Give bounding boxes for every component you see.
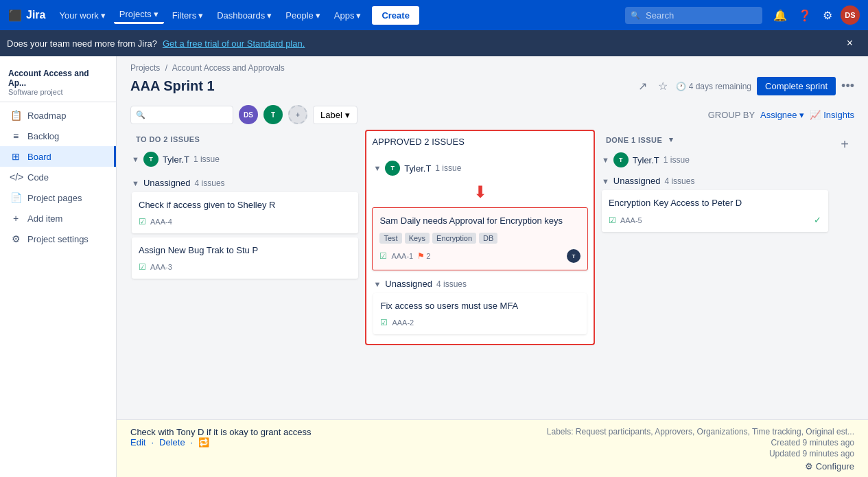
global-search-input[interactable] [625,7,762,24]
tyler-avatar: T [143,152,159,167]
sidebar-item-roadmap[interactable]: 📋 Roadmap [0,105,116,126]
breadcrumb-project[interactable]: Account Access and Approvals [172,63,285,73]
tyler-approved-group-row: ▼ T Tyler.T 1 issue [372,156,587,180]
add-icon: + [10,213,22,224]
unassigned-done-cards: Encryption Key Access to Peter D ☑ AAA-5… [600,190,830,232]
groupby-select[interactable]: Assignee ▾ [760,110,804,120]
detail-updated-row: Updated 9 minutes ago [547,449,854,458]
add-column-button[interactable]: + [835,134,854,155]
todo-column: TO DO 2 ISSUES ▼ T Tyler.T 1 issue ▼ [130,130,360,345]
unassigned-done-chevron[interactable]: ▼ [602,177,609,185]
unassigned-count: 4 issues [195,178,225,188]
board-search-input[interactable] [130,106,233,124]
card-aaa3-title: Assign New Bug Trak to Stu P [139,244,351,257]
settings-icon: ⚙ [805,461,813,472]
detail-delete-link[interactable]: Delete [159,437,185,447]
avatar-ds[interactable]: DS [239,105,258,124]
dashboards-menu[interactable]: Dashboards ▾ [211,8,277,23]
sidebar-item-code[interactable]: </> Code [0,167,116,187]
project-type: Software project [8,88,108,96]
unassigned-approved-chevron[interactable]: ▼ [373,280,381,288]
board-search-container [130,106,233,124]
complete-sprint-button[interactable]: Complete sprint [757,77,836,95]
sidebar-item-settings[interactable]: ⚙ Project settings [0,229,116,249]
done-column-header: DONE 1 ISSUE ▾ [600,130,830,148]
notifications-icon[interactable]: 🔔 [771,6,790,25]
detail-labels-meta: Labels: Request participants, Approvers,… [547,427,854,437]
chevron-down-icon: ▾ [267,10,272,21]
apps-menu[interactable]: Apps ▾ [329,8,367,23]
tyler-count: 1 issue [193,154,220,164]
avatar-add-button[interactable]: + [288,105,307,124]
checkbox-icon: ☑ [609,216,616,225]
configure-button[interactable]: ⚙ Configure [547,461,854,472]
checkbox-icon: ☑ [139,217,146,226]
board-area: TO DO 2 ISSUES ▼ T Tyler.T 1 issue ▼ [117,130,868,419]
sidebar-item-project-pages[interactable]: 📄 Project pages [0,187,116,208]
banner-link[interactable]: Get a free trial of our Standard plan. [163,38,305,49]
groupby-label: GROUP BY [708,110,755,120]
unassigned-approved-cards: Fix access so users must use MFA ☑ AAA-2 [372,293,587,334]
code-icon: </> [10,172,22,183]
card-aaa4-footer: ☑ AAA-4 [139,217,351,226]
card-aaa5[interactable]: Encryption Key Access to Peter D ☑ AAA-5… [602,190,828,232]
project-name: Account Access and Ap... [8,69,108,88]
card-aaa3[interactable]: Assign New Bug Trak to Stu P ☑ AAA-3 [132,237,358,279]
tyler-name: Tyler.T [163,154,189,165]
tyler-done-count: 1 issue [664,155,690,165]
card-aaa5-footer: ☑ AAA-5 ✓ [609,215,821,225]
card-aaa2[interactable]: Fix access so users must use MFA ☑ AAA-2 [373,293,586,334]
groupby-area: GROUP BY Assignee ▾ 📈 Insights [708,110,854,120]
share-icon[interactable]: ↗ [635,77,650,95]
detail-edit-link[interactable]: Edit [130,437,145,447]
create-button[interactable]: Create [372,6,419,25]
app-layout: Account Access and Ap... Software projec… [0,56,868,477]
banner-close-button[interactable]: × [838,37,861,49]
jira-logo[interactable]: ⬛ Jira [8,9,45,22]
backlog-icon: ≡ [10,130,22,141]
people-menu[interactable]: People ▾ [280,8,325,23]
avatar-t[interactable]: T [263,105,283,124]
help-icon[interactable]: ❓ [795,6,814,25]
more-options-button[interactable]: ••• [841,79,854,93]
user-avatar[interactable]: DS [841,5,860,25]
detail-timestamps: Created 9 minutes ago [547,438,854,447]
unassigned-done-group: ▼ Unassigned 4 issues [600,172,830,190]
main-content: Projects / Account Access and Approvals … [117,56,868,477]
your-work-menu[interactable]: Your work ▾ [54,8,110,23]
breadcrumb-projects[interactable]: Projects [130,63,160,73]
card-aaa4[interactable]: Check if access given to Shelley R ☑ AAA… [132,192,358,233]
checkbox-icon: ☑ [380,318,388,327]
star-icon[interactable]: ☆ [655,77,670,95]
tyler-approved-chevron[interactable]: ▼ [373,164,381,172]
tyler-group-chevron[interactable]: ▼ [132,155,139,163]
settings-icon: ⚙ [10,233,22,244]
detail-updated: Updated 9 minutes ago [769,449,854,458]
tyler-done-chevron[interactable]: ▼ [602,156,609,164]
approved-column: APPROVED 2 ISSUES ▼ T Tyler.T 1 issue ⬇ [365,130,594,345]
unassigned-group-chevron[interactable]: ▼ [132,179,139,187]
done-chevron[interactable]: ▾ [669,135,673,144]
card-aaa1[interactable]: Sam Daily needs Approval for Encryption … [372,207,587,270]
insights-button[interactable]: 📈 Insights [810,110,854,120]
label-filter-button[interactable]: Label ▾ [313,106,357,124]
sidebar-item-board[interactable]: ⊞ Board [0,146,116,167]
sidebar-item-backlog[interactable]: ≡ Backlog [0,126,116,146]
settings-icon[interactable]: ⚙ [820,6,835,25]
chart-icon: 📈 [810,110,821,120]
top-navigation: ⬛ Jira Your work ▾ Projects ▾ Filters ▾ … [0,0,868,30]
jira-logo-icon: ⬛ [8,9,22,22]
todo-column-header: TO DO 2 ISSUES [130,130,360,148]
projects-menu[interactable]: Projects ▾ [114,6,164,24]
sidebar-item-add[interactable]: + Add item [0,208,116,229]
chevron-down-icon: ▾ [198,10,203,21]
page-header: AAA Sprint 1 ↗ ☆ 🕐 4 days remaining Comp… [117,73,868,102]
filters-menu[interactable]: Filters ▾ [167,8,209,23]
tyler-group-row: ▼ T Tyler.T 1 issue [130,148,360,171]
card-aaa4-id: AAA-4 [150,218,172,226]
page-title: AAA Sprint 1 [130,78,215,94]
board-icon: ⊞ [10,151,22,162]
board-toolbar: DS T + Label ▾ GROUP BY Assignee ▾ 📈 Ins… [117,102,868,130]
done-column: DONE 1 ISSUE ▾ ▼ T Tyler.T 1 issue [600,130,830,345]
tyler-approved-count: 1 issue [435,163,461,173]
